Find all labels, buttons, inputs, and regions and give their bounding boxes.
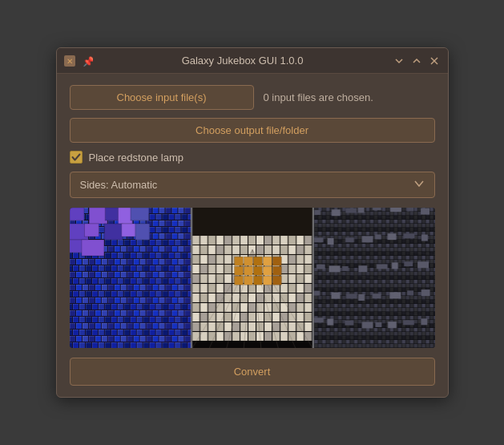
redstone-lamp-row: Place redstone lamp — [70, 151, 435, 164]
input-file-status: 0 input files are chosen. — [264, 91, 373, 103]
window-title: Galaxy Jukebox GUI 1.0.0 — [94, 55, 392, 67]
svg-text:📌: 📌 — [83, 55, 93, 67]
choose-output-button[interactable]: Choose output file/folder — [70, 118, 435, 143]
choose-input-button[interactable]: Choose input file(s) — [70, 85, 254, 110]
main-window: ✕ 📌 Galaxy Jukebox GUI 1.0.0 — [56, 47, 449, 398]
titlebar-left-icons: ✕ 📌 — [63, 55, 94, 67]
chevron-down-icon — [413, 178, 425, 192]
content-area: Choose input file(s) 0 input files are c… — [57, 74, 448, 397]
pin-icon[interactable]: 📌 — [81, 55, 94, 67]
titlebar: ✕ 📌 Galaxy Jukebox GUI 1.0.0 — [57, 48, 448, 74]
maximize-button[interactable] — [409, 54, 424, 68]
sides-dropdown-label: Sides: Automatic — [80, 179, 158, 191]
minimize-button[interactable] — [392, 54, 406, 68]
place-redstone-lamp-checkbox[interactable] — [70, 151, 83, 164]
svg-text:✕: ✕ — [67, 57, 73, 66]
input-file-row: Choose input file(s) 0 input files are c… — [70, 85, 435, 110]
x-icon[interactable]: ✕ — [63, 55, 76, 67]
redstone-lamp-label: Place redstone lamp — [89, 152, 184, 164]
preview-image-area — [70, 208, 435, 348]
titlebar-controls — [392, 54, 442, 68]
convert-button[interactable]: Convert — [70, 358, 435, 386]
preview-canvas — [70, 208, 435, 348]
close-button[interactable] — [427, 54, 442, 68]
sides-dropdown[interactable]: Sides: Automatic — [70, 172, 435, 198]
